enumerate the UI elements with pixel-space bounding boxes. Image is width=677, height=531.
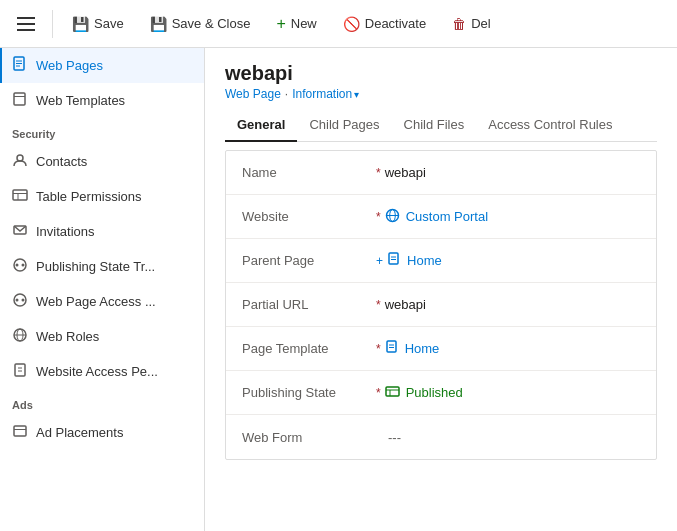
value-website[interactable]: Custom Portal [385, 208, 488, 226]
ads-section-header: Ads [0, 389, 204, 415]
label-parent-page: Parent Page [242, 253, 372, 268]
value-parent-page[interactable]: Home [387, 252, 442, 269]
breadcrumb-separator: · [285, 87, 288, 101]
sidebar-label-invitations: Invitations [36, 224, 95, 239]
breadcrumb: Web Page · Information ▾ [225, 87, 657, 101]
table-permissions-icon [12, 187, 28, 206]
sidebar-label-table-permissions: Table Permissions [36, 189, 142, 204]
required-website: * [376, 210, 381, 224]
save-label: Save [94, 16, 124, 31]
breadcrumb-section[interactable]: Information ▾ [292, 87, 359, 101]
sidebar-item-web-page-access[interactable]: Web Page Access ... [0, 284, 204, 319]
sidebar-item-web-templates[interactable]: Web Templates [0, 83, 204, 118]
sidebar-label-web-page-access: Web Page Access ... [36, 294, 156, 309]
published-icon [385, 384, 400, 402]
required-page-template: * [376, 342, 381, 356]
value-page-template[interactable]: Home [385, 340, 440, 357]
form-row-parent-page: Parent Page + Home [226, 239, 656, 283]
new-button[interactable]: + New [265, 9, 327, 39]
sidebar-label-publishing-state: Publishing State Tr... [36, 259, 155, 274]
sidebar-item-website-access[interactable]: Website Access Pe... [0, 354, 204, 389]
save-icon: 💾 [72, 16, 89, 32]
svg-rect-7 [13, 190, 27, 200]
page-icon-template [385, 340, 399, 357]
sidebar-item-web-pages[interactable]: Web Pages [0, 48, 204, 83]
new-label: New [291, 16, 317, 31]
sidebar-label-website-access: Website Access Pe... [36, 364, 158, 379]
new-icon: + [276, 15, 285, 33]
label-web-form: Web Form [242, 430, 372, 445]
sidebar-label-web-roles: Web Roles [36, 329, 99, 344]
form-row-page-template: Page Template * Home [226, 327, 656, 371]
toolbar-separator [52, 10, 53, 38]
web-pages-icon [12, 56, 28, 75]
form-area: Name * webapi Website * Custom Portal [205, 142, 677, 468]
svg-rect-20 [15, 364, 25, 376]
main-layout: Web Pages Web Templates Security Contact… [0, 48, 677, 531]
invitations-icon [12, 222, 28, 241]
tab-access-control-rules[interactable]: Access Control Rules [476, 109, 624, 142]
hamburger-button[interactable] [8, 6, 44, 42]
page-icon-parent [387, 252, 401, 269]
value-web-form: --- [388, 430, 401, 445]
tab-general[interactable]: General [225, 109, 297, 142]
deactivate-button[interactable]: 🚫 Deactivate [332, 10, 437, 38]
form-row-name: Name * webapi [226, 151, 656, 195]
sidebar-item-publishing-state[interactable]: Publishing State Tr... [0, 249, 204, 284]
label-partial-url: Partial URL [242, 297, 372, 312]
sidebar-label-contacts: Contacts [36, 154, 87, 169]
required-name: * [376, 166, 381, 180]
required-partial-url: * [376, 298, 381, 312]
web-templates-icon [12, 91, 28, 110]
label-publishing-state: Publishing State [242, 385, 372, 400]
sidebar-item-ad-placements[interactable]: Ad Placements [0, 415, 204, 450]
value-name: webapi [385, 165, 426, 180]
svg-rect-32 [386, 387, 399, 396]
form-row-web-form: Web Form --- [226, 415, 656, 459]
toolbar: 💾 Save 💾 Save & Close + New 🚫 Deactivate… [0, 0, 677, 48]
form-row-website: Website * Custom Portal [226, 195, 656, 239]
sidebar: Web Pages Web Templates Security Contact… [0, 48, 205, 531]
sidebar-label-ad-placements: Ad Placements [36, 425, 123, 440]
tab-child-files[interactable]: Child Files [392, 109, 477, 142]
value-publishing-state[interactable]: Published [385, 384, 463, 402]
svg-rect-4 [14, 93, 25, 105]
required-publishing-state: * [376, 386, 381, 400]
page-header: webapi Web Page · Information ▾ [205, 48, 677, 101]
delete-button[interactable]: 🗑 Del [441, 10, 502, 38]
website-access-icon [12, 362, 28, 381]
sidebar-item-table-permissions[interactable]: Table Permissions [0, 179, 204, 214]
web-roles-icon [12, 327, 28, 346]
web-page-access-icon [12, 292, 28, 311]
sidebar-item-invitations[interactable]: Invitations [0, 214, 204, 249]
svg-rect-21 [14, 426, 26, 436]
page-title: webapi [225, 62, 657, 85]
svg-point-6 [17, 155, 23, 161]
contacts-icon [12, 152, 28, 171]
globe-icon [385, 208, 400, 226]
tab-child-pages[interactable]: Child Pages [297, 109, 391, 142]
svg-rect-26 [389, 253, 398, 264]
label-name: Name [242, 165, 372, 180]
label-website: Website [242, 209, 372, 224]
sidebar-item-web-roles[interactable]: Web Roles [0, 319, 204, 354]
save-close-button[interactable]: 💾 Save & Close [139, 10, 262, 38]
tabs-bar: General Child Pages Child Files Access C… [225, 109, 657, 142]
required-parent-page: + [376, 254, 383, 268]
svg-point-13 [22, 264, 25, 267]
label-page-template: Page Template [242, 341, 372, 356]
deactivate-label: Deactivate [365, 16, 426, 31]
svg-rect-29 [387, 341, 396, 352]
save-button[interactable]: 💾 Save [61, 10, 135, 38]
form-container: Name * webapi Website * Custom Portal [225, 150, 657, 460]
form-row-publishing-state: Publishing State * Published [226, 371, 656, 415]
sidebar-item-contacts[interactable]: Contacts [0, 144, 204, 179]
breadcrumb-type[interactable]: Web Page [225, 87, 281, 101]
content-area: webapi Web Page · Information ▾ General … [205, 48, 677, 531]
svg-point-15 [16, 299, 19, 302]
delete-icon: 🗑 [452, 16, 466, 32]
del-label: Del [471, 16, 491, 31]
security-section-header: Security [0, 118, 204, 144]
sidebar-label-web-pages: Web Pages [36, 58, 103, 73]
deactivate-icon: 🚫 [343, 16, 360, 32]
